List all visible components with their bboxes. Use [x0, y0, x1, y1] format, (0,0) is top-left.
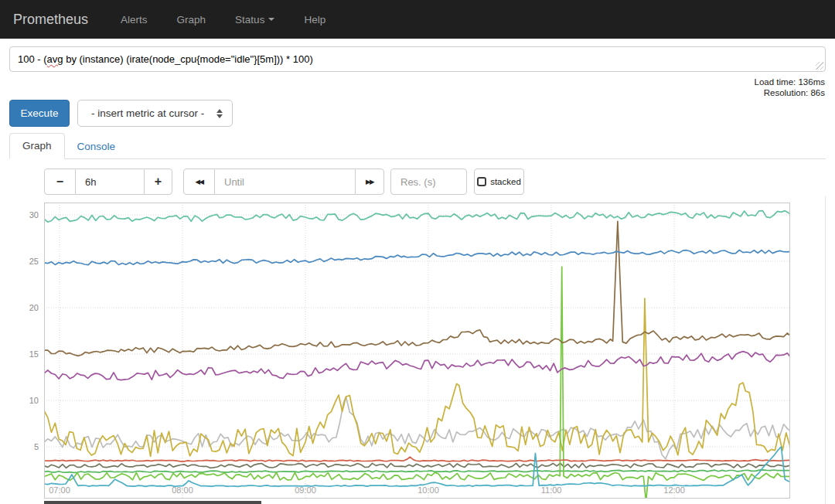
- select-updown-icon: [216, 109, 223, 118]
- y-axis-labels: 51015202530: [0, 203, 39, 499]
- tab-graph[interactable]: Graph: [9, 133, 65, 159]
- range-increase-button[interactable]: +: [144, 169, 172, 195]
- execute-button[interactable]: Execute: [9, 100, 70, 127]
- y-axis-tick-label: 15: [0, 349, 39, 359]
- x-axis-tick-label: 12:00: [663, 485, 685, 495]
- chart-series-red: [44, 457, 790, 461]
- range-input[interactable]: [76, 169, 144, 195]
- x-axis-tick-label: 09:00: [295, 485, 316, 495]
- misspelled-word: avg: [47, 53, 63, 65]
- y-axis-tick-label: 30: [0, 210, 39, 220]
- tab-console[interactable]: Console: [65, 135, 128, 158]
- range-decrease-button[interactable]: −: [44, 169, 76, 195]
- y-axis-tick-label: 25: [0, 257, 39, 266]
- nav-item-help[interactable]: Help: [289, 14, 340, 26]
- nav-item-alerts[interactable]: Alerts: [106, 14, 162, 26]
- load-time: Load time: 136ms: [755, 77, 825, 87]
- dropdown-selected-value: - insert metric at cursor -: [91, 107, 216, 119]
- y-axis-tick-label: 5: [0, 442, 39, 451]
- time-shift-group: ◀◀ ▶▶: [183, 169, 384, 195]
- query-stats: Load time: 136ms Resolution: 86s: [755, 77, 825, 98]
- chart-series-olive: [44, 463, 790, 468]
- chart-series-yellow: [44, 298, 790, 456]
- checkbox-icon: [477, 177, 486, 186]
- fast-forward-icon: ▶▶: [366, 178, 373, 186]
- caret-down-icon: [268, 18, 274, 21]
- y-axis-tick-label: 20: [0, 303, 39, 312]
- until-input[interactable]: [215, 169, 355, 195]
- graph-controls: − + ◀◀ ▶▶ stacked: [0, 169, 835, 195]
- rewind-icon: ◀◀: [195, 178, 203, 186]
- shift-forward-button[interactable]: ▶▶: [355, 169, 384, 195]
- chart-series-blue: [44, 250, 790, 265]
- result-tabs: Graph Console: [9, 133, 826, 159]
- chart-series-green-flat: [44, 470, 790, 472]
- minus-icon: −: [56, 175, 63, 189]
- stacked-toggle[interactable]: stacked: [474, 169, 524, 195]
- nav-item-graph[interactable]: Graph: [162, 14, 221, 26]
- resolution-input[interactable]: [390, 169, 467, 195]
- nav-item-status[interactable]: Status: [220, 14, 289, 26]
- plus-icon: +: [155, 175, 162, 189]
- y-axis-tick-label: 10: [0, 396, 39, 405]
- nav-items: Alerts Graph Status Help: [106, 14, 340, 26]
- brand-prometheus[interactable]: Prometheus: [2, 12, 100, 28]
- cpu-usage-graph[interactable]: 07:0008:0009:0010:0011:0012:00: [44, 203, 790, 499]
- insert-metric-dropdown[interactable]: - insert metric at cursor -: [77, 100, 233, 127]
- chart-series-brown: [44, 221, 790, 356]
- legend-swatch-partial: [44, 501, 261, 504]
- chart-series-teal: [44, 211, 790, 223]
- chart-series-purple: [44, 352, 790, 380]
- stacked-label: stacked: [490, 177, 521, 186]
- top-navbar: Prometheus Alerts Graph Status Help: [0, 0, 835, 39]
- x-axis-tick-label: 10:00: [418, 485, 439, 495]
- resolution: Resolution: 86s: [755, 87, 825, 98]
- x-axis-tick-label: 08:00: [172, 485, 193, 495]
- x-axis-tick-label: 11:00: [541, 485, 562, 495]
- x-axis-tick-label: 07:00: [49, 485, 70, 495]
- shift-back-button[interactable]: ◀◀: [183, 169, 215, 195]
- range-input-group: − +: [44, 169, 172, 195]
- expression-input[interactable]: 100 - (avg by (instance) (irate(node_cpu…: [9, 46, 826, 72]
